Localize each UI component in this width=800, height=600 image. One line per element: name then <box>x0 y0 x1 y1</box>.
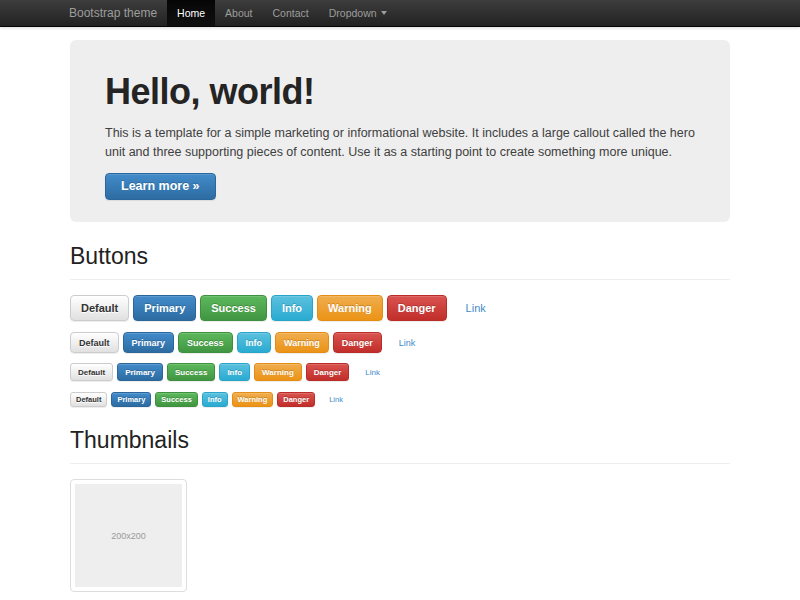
button-row-xsmall: DefaultPrimarySuccessInfoWarningDangerLi… <box>70 392 352 407</box>
placeholder-image: 200x200 <box>75 484 182 587</box>
navbar-nav: Home About Contact Dropdown <box>167 0 397 26</box>
navbar-brand[interactable]: Bootstrap theme <box>69 0 157 26</box>
nav-item-about[interactable]: About <box>215 0 262 26</box>
thumbnail-link[interactable]: 200x200 <box>70 479 187 592</box>
btn-success-lg[interactable]: Success <box>200 295 267 321</box>
btn-warning-md[interactable]: Warning <box>275 332 329 353</box>
btn-success-md[interactable]: Success <box>178 332 233 353</box>
chevron-down-icon <box>381 11 387 15</box>
btn-warning-sm[interactable]: Warning <box>254 363 302 381</box>
btn-danger-xs[interactable]: Danger <box>277 392 315 407</box>
hero-unit: Hello, world! This is a template for a s… <box>70 40 730 222</box>
btn-link-md[interactable]: Link <box>391 332 424 353</box>
btn-primary-lg[interactable]: Primary <box>133 295 196 321</box>
buttons-heading: Buttons <box>70 243 730 270</box>
btn-danger-sm[interactable]: Danger <box>306 363 350 381</box>
btn-info-xs[interactable]: Info <box>202 392 228 407</box>
btn-primary-sm[interactable]: Primary <box>117 363 163 381</box>
btn-info-md[interactable]: Info <box>237 332 272 353</box>
btn-info-sm[interactable]: Info <box>219 363 250 381</box>
btn-success-xs[interactable]: Success <box>155 392 197 407</box>
button-row-small: DefaultPrimarySuccessInfoWarningDangerLi… <box>70 363 391 381</box>
btn-default-lg[interactable]: Default <box>70 295 129 321</box>
btn-danger-lg[interactable]: Danger <box>387 295 447 321</box>
btn-success-sm[interactable]: Success <box>167 363 215 381</box>
nav-item-dropdown-label: Dropdown <box>329 7 377 19</box>
btn-warning-xs[interactable]: Warning <box>232 392 274 407</box>
hero-title: Hello, world! <box>105 71 695 113</box>
nav-item-home[interactable]: Home <box>167 0 215 26</box>
btn-info-lg[interactable]: Info <box>271 295 313 321</box>
hero-body-text: This is a template for a simple marketin… <box>105 124 717 162</box>
btn-default-md[interactable]: Default <box>70 332 119 353</box>
thumbnails-section-header: Thumbnails <box>70 427 730 464</box>
learn-more-button[interactable]: Learn more » <box>105 173 216 200</box>
btn-warning-lg[interactable]: Warning <box>317 295 383 321</box>
btn-link-xs[interactable]: Link <box>324 392 348 407</box>
btn-link-lg[interactable]: Link <box>456 295 496 321</box>
nav-item-contact[interactable]: Contact <box>263 0 319 26</box>
btn-default-xs[interactable]: Default <box>70 392 107 407</box>
btn-primary-md[interactable]: Primary <box>123 332 175 353</box>
thumbnails-heading: Thumbnails <box>70 427 730 454</box>
btn-link-sm[interactable]: Link <box>358 363 387 381</box>
button-row-default: DefaultPrimarySuccessInfoWarningDangerLi… <box>70 332 427 353</box>
nav-item-dropdown[interactable]: Dropdown <box>319 0 397 26</box>
top-navbar: Bootstrap theme Home About Contact Dropd… <box>0 0 800 27</box>
btn-default-sm[interactable]: Default <box>70 363 113 381</box>
btn-danger-md[interactable]: Danger <box>333 332 382 353</box>
button-row-large: DefaultPrimarySuccessInfoWarningDangerLi… <box>70 295 500 321</box>
btn-primary-xs[interactable]: Primary <box>111 392 151 407</box>
navbar-container: Bootstrap theme Home About Contact Dropd… <box>69 0 731 26</box>
buttons-section-header: Buttons <box>70 243 730 280</box>
